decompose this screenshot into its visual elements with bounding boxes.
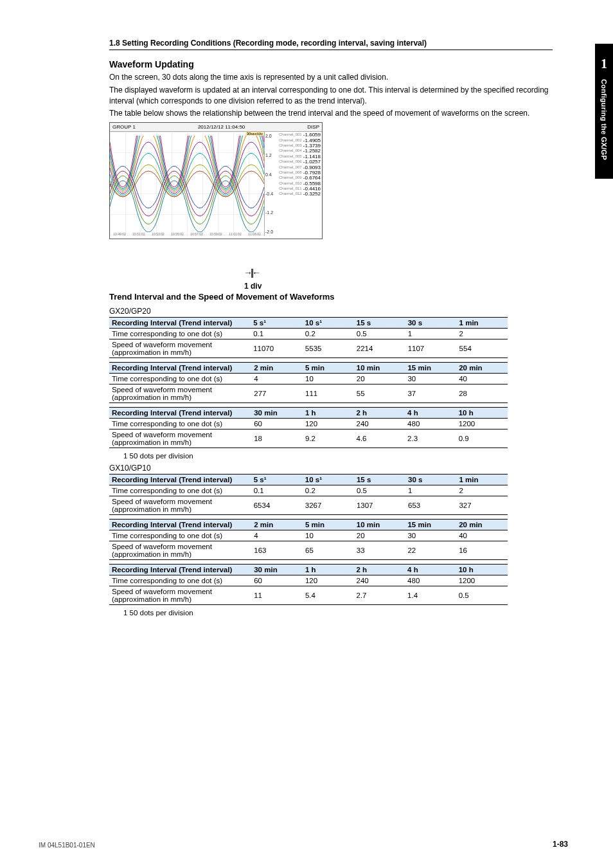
- trend-chart: GROUP 1 2012/12/12 11:04:50 DISP: [109, 122, 328, 264]
- header-rule: 1.8 Setting Recording Conditions (Record…: [109, 39, 553, 50]
- div-interval-badge: 30sec/div: [245, 132, 264, 136]
- chart-x-ticks: 10:49:0210:51:0210:53:0210:55:02 10:57:0…: [110, 232, 264, 236]
- chart-group-name: GROUP 1: [112, 124, 136, 130]
- chart-header: GROUP 1 2012/12/12 11:04:50 DISP: [110, 123, 322, 132]
- gx20-table-1: Recording Interval (Trend interval) 5 s¹…: [109, 317, 508, 358]
- chart-timestamp: 2012/12/12 11:04:50: [198, 124, 245, 130]
- gx10-table-3: Recording Interval (Trend interval) 30 m…: [109, 564, 508, 605]
- footnote-gx10: 1 50 dots per division: [123, 609, 553, 617]
- heading-trend-interval: Trend Interval and the Speed of Movement…: [109, 292, 553, 302]
- section-header: 1.8 Setting Recording Conditions (Record…: [109, 39, 427, 48]
- device-label-gx10: GX10/GP10: [109, 464, 553, 473]
- chart-y-scale: 2.0 1.2 0.4 -0.4 -1.2 -2.0: [265, 132, 276, 236]
- gx10-table-2: Recording Interval (Trend interval) 2 mi…: [109, 519, 508, 560]
- content-area: 1.8 Setting Recording Conditions (Record…: [109, 39, 553, 617]
- heading-waveform-updating: Waveform Updating: [109, 59, 553, 69]
- chart-disp-icon: DISP: [307, 124, 319, 130]
- footer-page-number: 1-83: [553, 840, 568, 849]
- para-3: The table below shows the relationship b…: [109, 108, 553, 119]
- chapter-number: 1: [601, 57, 607, 71]
- chart-plot-area: 30sec/div 10:49:0210:51:0210:53:0210:55:…: [110, 132, 265, 236]
- gx10-table-1: Recording Interval (Trend interval) 5 s¹…: [109, 474, 508, 515]
- div-arrows-icon: →| |←: [244, 267, 259, 278]
- chapter-label: Configuring the GX/GP: [600, 79, 608, 160]
- para-1: On the screen, 30 dots along the time ax…: [109, 72, 553, 83]
- gx20-table-2: Recording Interval (Trend interval) 2 mi…: [109, 362, 508, 403]
- para-2: The displayed waveform is updated at an …: [109, 85, 553, 107]
- chapter-side-tab: 1 Configuring the GX/GP: [595, 44, 613, 179]
- device-label-gx20: GX20/GP20: [109, 307, 553, 316]
- gx20-table-3: Recording Interval (Trend interval) 30 m…: [109, 407, 508, 448]
- chart-readouts: Channel_001-1.6059 Channel_002-1.4905 Ch…: [276, 132, 322, 236]
- div-label: 1 div: [244, 282, 262, 291]
- footer-doc-id: IM 04L51B01-01EN: [39, 842, 95, 849]
- footnote-gx20: 1 50 dots per division: [123, 452, 553, 460]
